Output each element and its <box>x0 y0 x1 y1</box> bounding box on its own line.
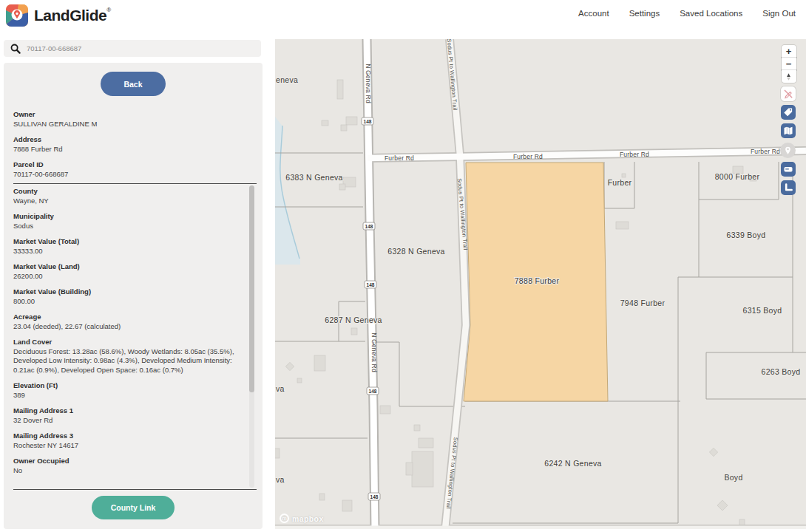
field-label: Owner Occupied <box>13 457 235 466</box>
header-nav: AccountSettingsSaved LocationsSign Out <box>578 9 796 18</box>
route-shield: 148 <box>367 387 379 395</box>
panel-scrollbar[interactable] <box>249 185 254 488</box>
location-pin-indicator <box>780 143 796 158</box>
compass-button[interactable] <box>782 70 796 83</box>
zoom-in-button[interactable]: + <box>782 45 796 58</box>
back-button[interactable]: Back <box>101 72 166 96</box>
field: Owner OccupiedNo <box>13 457 235 475</box>
map-label: eneva <box>276 75 298 84</box>
map-label: 6328 N Geneva <box>387 247 444 256</box>
field: CountyWayne, NY <box>13 187 235 205</box>
pencil-slash-icon <box>783 89 793 99</box>
field-value: 800.00 <box>13 297 235 307</box>
field-value: 23.04 (deeded), 22.67 (calculated) <box>13 322 235 332</box>
field-label: Mailing Address 3 <box>13 432 235 441</box>
map-label: 6383 N Geneva <box>285 173 342 182</box>
field-value: Deciduous Forest: 13.28ac (58.6%), Woody… <box>13 347 235 375</box>
field-label: Municipality <box>13 212 235 222</box>
field-value: 7888 Furber Rd <box>13 145 252 154</box>
map-label: 7888 Furber <box>515 276 560 285</box>
county-link-button[interactable]: County Link <box>92 496 175 519</box>
zoom-out-button[interactable]: − <box>782 58 796 70</box>
compass-icon <box>785 72 793 81</box>
field: Mailing Address 3Rochester NY 14617 <box>13 432 235 450</box>
map-zoom-controls: + − <box>781 45 796 83</box>
folded-map-icon <box>783 126 793 136</box>
field-label: Mailing Address 1 <box>13 406 235 416</box>
field: Mailing Address 132 Dover Rd <box>13 406 235 425</box>
search-icon <box>10 44 21 54</box>
field-value: Wayne, NY <box>13 197 235 206</box>
top-fields: OwnerSULLIVAN GERALDINE MAddress7888 Fur… <box>13 110 252 185</box>
svg-text:148: 148 <box>369 389 377 394</box>
nav-settings[interactable]: Settings <box>629 9 660 18</box>
field: MunicipalitySodus <box>13 212 235 231</box>
field-value: 33333.00 <box>13 247 235 256</box>
map-label: 6263 Boyd <box>762 367 801 376</box>
parcel-tag-button[interactable] <box>781 105 796 120</box>
tag-icon <box>783 107 793 117</box>
dimensions-button[interactable] <box>781 180 796 195</box>
map-label: Furber Rd <box>620 151 649 158</box>
search-bar <box>4 40 261 57</box>
field: Market Value (Total)33333.00 <box>13 237 235 256</box>
svg-text:148: 148 <box>364 119 372 124</box>
map-label: 8000 Furber <box>715 172 760 181</box>
svg-text:148: 148 <box>365 224 373 229</box>
basemap-button[interactable] <box>781 123 796 138</box>
brand-title: LandGlide® <box>34 7 111 24</box>
field-label: Land Cover <box>13 338 235 347</box>
field-value: Rochester NY 14617 <box>13 441 235 451</box>
svg-text:148: 148 <box>370 494 379 499</box>
nav-saved-locations[interactable]: Saved Locations <box>680 9 742 18</box>
map-label: Furber Rd <box>385 154 414 162</box>
map-label: 6339 Boyd <box>727 231 766 239</box>
field: Parcel ID70117-00-668687 <box>13 160 252 179</box>
field: Land CoverDeciduous Forest: 13.28ac (58.… <box>13 338 235 375</box>
parcel-details-panel: Back OwnerSULLIVAN GERALDINE MAddress788… <box>4 63 263 529</box>
field-value: 389 <box>13 391 235 400</box>
landglide-app: LandGlide® AccountSettingsSaved Location… <box>0 0 806 532</box>
field-value: 70117-00-668687 <box>13 170 252 180</box>
map-tool-controls <box>780 86 796 195</box>
measure-button[interactable] <box>781 162 796 177</box>
field-label: County <box>13 187 235 197</box>
scrollbar-thumb[interactable] <box>249 185 254 392</box>
card-icon <box>783 164 793 174</box>
field-label: Address <box>13 135 252 145</box>
map-label: va <box>276 384 285 393</box>
nav-account[interactable]: Account <box>578 9 609 18</box>
mapbox-attribution[interactable]: m mapbox <box>280 514 324 523</box>
field-label: Market Value (Building) <box>13 287 235 297</box>
registered-mark: ® <box>106 7 110 13</box>
field-value: SULLIVAN GERALDINE M <box>13 120 252 129</box>
map-label: Furber Rd <box>513 153 543 160</box>
svg-text:148: 148 <box>367 282 375 287</box>
map-label: 7948 Furber <box>620 299 666 307</box>
draw-tool-button[interactable] <box>781 86 796 101</box>
map-canvas[interactable]: eneva6383 N Geneva6328 N Geneva6287 N Ge… <box>275 39 806 529</box>
field: Address7888 Furber Rd <box>13 135 252 154</box>
map-label: Boyd <box>724 473 742 482</box>
map-label: N Geneva Rd <box>370 332 378 372</box>
search-input[interactable] <box>25 44 243 53</box>
field-label: Market Value (Land) <box>13 262 235 272</box>
map-label: va <box>276 475 285 484</box>
nav-sign-out[interactable]: Sign Out <box>762 9 796 18</box>
location-pin-icon <box>783 146 793 155</box>
field: Market Value (Land)26200.00 <box>13 262 235 281</box>
field-value: Sodus <box>13 222 235 231</box>
field: Acreage23.04 (deeded), 22.67 (calculated… <box>13 313 235 331</box>
route-shield: 148 <box>363 222 375 230</box>
map-label: Furber Rd <box>751 148 780 155</box>
field: Market Value (Building)800.00 <box>13 287 235 306</box>
field: Elevation (Ft)389 <box>13 381 235 400</box>
map-label: 6315 Boyd <box>743 306 782 315</box>
map-label: 6242 N Geneva <box>544 459 601 468</box>
divider-top <box>13 183 257 184</box>
mapbox-wordmark: mapbox <box>292 514 324 523</box>
header: LandGlide® AccountSettingsSaved Location… <box>0 0 806 37</box>
map-label: 6287 N Geneva <box>325 316 382 324</box>
route-shield: 148 <box>368 493 380 500</box>
field-value: 26200.00 <box>13 272 235 282</box>
